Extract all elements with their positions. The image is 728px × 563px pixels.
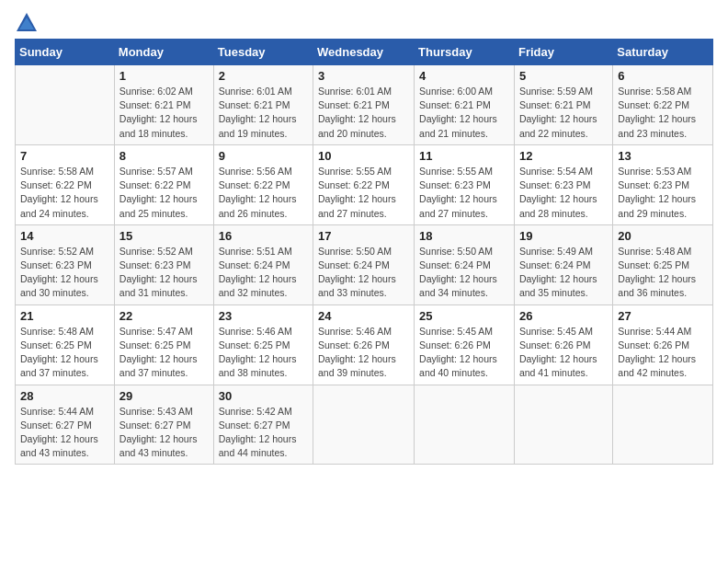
calendar-week-1: 1Sunrise: 6:02 AM Sunset: 6:21 PM Daylig… xyxy=(16,65,713,145)
calendar-cell: 2Sunrise: 6:01 AM Sunset: 6:21 PM Daylig… xyxy=(213,65,313,145)
day-info: Sunrise: 5:48 AM Sunset: 6:25 PM Dayligh… xyxy=(20,325,109,381)
day-number: 24 xyxy=(318,309,409,323)
calendar-cell: 4Sunrise: 6:00 AM Sunset: 6:21 PM Daylig… xyxy=(415,65,515,145)
logo xyxy=(15,15,37,31)
calendar-cell: 29Sunrise: 5:43 AM Sunset: 6:27 PM Dayli… xyxy=(114,385,213,465)
day-number: 22 xyxy=(119,309,209,323)
day-header-wednesday: Wednesday xyxy=(313,40,415,65)
day-info: Sunrise: 5:46 AM Sunset: 6:26 PM Dayligh… xyxy=(318,325,409,381)
day-info: Sunrise: 5:55 AM Sunset: 6:22 PM Dayligh… xyxy=(318,165,409,221)
day-info: Sunrise: 5:54 AM Sunset: 6:23 PM Dayligh… xyxy=(519,165,608,221)
day-number: 23 xyxy=(219,309,308,323)
calendar-cell: 13Sunrise: 5:53 AM Sunset: 6:23 PM Dayli… xyxy=(613,144,713,224)
logo-icon xyxy=(17,13,37,31)
day-info: Sunrise: 6:02 AM Sunset: 6:21 PM Dayligh… xyxy=(119,85,209,141)
day-info: Sunrise: 5:44 AM Sunset: 6:26 PM Dayligh… xyxy=(618,325,708,381)
calendar-cell: 14Sunrise: 5:52 AM Sunset: 6:23 PM Dayli… xyxy=(16,224,115,304)
day-info: Sunrise: 5:47 AM Sunset: 6:25 PM Dayligh… xyxy=(119,325,209,381)
day-header-saturday: Saturday xyxy=(613,40,713,65)
day-header-sunday: Sunday xyxy=(16,40,115,65)
day-number: 27 xyxy=(618,309,708,323)
day-number: 18 xyxy=(419,229,509,243)
day-number: 11 xyxy=(419,149,509,163)
calendar-cell: 15Sunrise: 5:52 AM Sunset: 6:23 PM Dayli… xyxy=(114,224,213,304)
calendar-week-5: 28Sunrise: 5:44 AM Sunset: 6:27 PM Dayli… xyxy=(16,385,713,465)
calendar-cell: 10Sunrise: 5:55 AM Sunset: 6:22 PM Dayli… xyxy=(313,144,415,224)
day-info: Sunrise: 5:43 AM Sunset: 6:27 PM Dayligh… xyxy=(119,405,209,461)
calendar-cell: 7Sunrise: 5:58 AM Sunset: 6:22 PM Daylig… xyxy=(16,144,115,224)
calendar-cell: 26Sunrise: 5:45 AM Sunset: 6:26 PM Dayli… xyxy=(514,304,612,385)
day-info: Sunrise: 5:57 AM Sunset: 6:22 PM Dayligh… xyxy=(119,165,209,221)
calendar-cell: 19Sunrise: 5:49 AM Sunset: 6:24 PM Dayli… xyxy=(514,224,612,304)
day-number: 16 xyxy=(219,229,308,243)
day-info: Sunrise: 6:00 AM Sunset: 6:21 PM Dayligh… xyxy=(419,85,509,141)
calendar-cell: 9Sunrise: 5:56 AM Sunset: 6:22 PM Daylig… xyxy=(213,144,313,224)
day-number: 3 xyxy=(318,69,409,83)
day-number: 12 xyxy=(519,149,608,163)
day-info: Sunrise: 6:01 AM Sunset: 6:21 PM Dayligh… xyxy=(318,85,409,141)
day-info: Sunrise: 5:42 AM Sunset: 6:27 PM Dayligh… xyxy=(219,405,308,461)
day-number: 2 xyxy=(219,69,308,83)
day-number: 17 xyxy=(318,229,409,243)
day-number: 21 xyxy=(20,309,109,323)
calendar-week-4: 21Sunrise: 5:48 AM Sunset: 6:25 PM Dayli… xyxy=(16,304,713,385)
day-header-thursday: Thursday xyxy=(415,40,515,65)
day-number: 28 xyxy=(20,389,109,403)
calendar-cell: 17Sunrise: 5:50 AM Sunset: 6:24 PM Dayli… xyxy=(313,224,415,304)
calendar-cell: 12Sunrise: 5:54 AM Sunset: 6:23 PM Dayli… xyxy=(514,144,612,224)
calendar-cell: 23Sunrise: 5:46 AM Sunset: 6:25 PM Dayli… xyxy=(213,304,313,385)
day-info: Sunrise: 5:56 AM Sunset: 6:22 PM Dayligh… xyxy=(219,165,308,221)
calendar-cell xyxy=(313,385,415,465)
calendar-cell: 5Sunrise: 5:59 AM Sunset: 6:21 PM Daylig… xyxy=(514,65,612,145)
calendar-cell: 30Sunrise: 5:42 AM Sunset: 6:27 PM Dayli… xyxy=(213,385,313,465)
day-number: 8 xyxy=(119,149,209,163)
day-number: 29 xyxy=(119,389,209,403)
day-number: 14 xyxy=(20,229,109,243)
day-info: Sunrise: 5:50 AM Sunset: 6:24 PM Dayligh… xyxy=(318,245,409,301)
day-number: 10 xyxy=(318,149,409,163)
day-header-monday: Monday xyxy=(114,40,213,65)
calendar-cell: 21Sunrise: 5:48 AM Sunset: 6:25 PM Dayli… xyxy=(16,304,115,385)
day-number: 5 xyxy=(519,69,608,83)
calendar-week-2: 7Sunrise: 5:58 AM Sunset: 6:22 PM Daylig… xyxy=(16,144,713,224)
day-info: Sunrise: 5:52 AM Sunset: 6:23 PM Dayligh… xyxy=(20,245,109,301)
day-number: 9 xyxy=(219,149,308,163)
calendar-cell: 22Sunrise: 5:47 AM Sunset: 6:25 PM Dayli… xyxy=(114,304,213,385)
day-info: Sunrise: 5:50 AM Sunset: 6:24 PM Dayligh… xyxy=(419,245,509,301)
day-info: Sunrise: 6:01 AM Sunset: 6:21 PM Dayligh… xyxy=(219,85,308,141)
calendar-cell xyxy=(16,65,115,145)
day-info: Sunrise: 5:46 AM Sunset: 6:25 PM Dayligh… xyxy=(219,325,308,381)
calendar-cell: 24Sunrise: 5:46 AM Sunset: 6:26 PM Dayli… xyxy=(313,304,415,385)
day-number: 13 xyxy=(618,149,708,163)
day-number: 25 xyxy=(419,309,509,323)
calendar-cell xyxy=(613,385,713,465)
day-number: 19 xyxy=(519,229,608,243)
day-info: Sunrise: 5:58 AM Sunset: 6:22 PM Dayligh… xyxy=(618,85,708,141)
calendar-cell xyxy=(415,385,515,465)
calendar-cell xyxy=(514,385,612,465)
day-info: Sunrise: 5:45 AM Sunset: 6:26 PM Dayligh… xyxy=(419,325,509,381)
day-info: Sunrise: 5:59 AM Sunset: 6:21 PM Dayligh… xyxy=(519,85,608,141)
day-info: Sunrise: 5:51 AM Sunset: 6:24 PM Dayligh… xyxy=(219,245,308,301)
calendar-cell: 8Sunrise: 5:57 AM Sunset: 6:22 PM Daylig… xyxy=(114,144,213,224)
day-info: Sunrise: 5:53 AM Sunset: 6:23 PM Dayligh… xyxy=(618,165,708,221)
day-header-friday: Friday xyxy=(514,40,612,65)
day-number: 7 xyxy=(20,149,109,163)
day-number: 4 xyxy=(419,69,509,83)
calendar-cell: 20Sunrise: 5:48 AM Sunset: 6:25 PM Dayli… xyxy=(613,224,713,304)
day-info: Sunrise: 5:45 AM Sunset: 6:26 PM Dayligh… xyxy=(519,325,608,381)
day-info: Sunrise: 5:55 AM Sunset: 6:23 PM Dayligh… xyxy=(419,165,509,221)
calendar-cell: 28Sunrise: 5:44 AM Sunset: 6:27 PM Dayli… xyxy=(16,385,115,465)
day-info: Sunrise: 5:48 AM Sunset: 6:25 PM Dayligh… xyxy=(618,245,708,301)
day-info: Sunrise: 5:52 AM Sunset: 6:23 PM Dayligh… xyxy=(119,245,209,301)
day-number: 1 xyxy=(119,69,209,83)
day-number: 30 xyxy=(219,389,308,403)
calendar-table: SundayMondayTuesdayWednesdayThursdayFrid… xyxy=(15,39,713,465)
calendar-cell: 3Sunrise: 6:01 AM Sunset: 6:21 PM Daylig… xyxy=(313,65,415,145)
calendar-cell: 6Sunrise: 5:58 AM Sunset: 6:22 PM Daylig… xyxy=(613,65,713,145)
calendar-header: SundayMondayTuesdayWednesdayThursdayFrid… xyxy=(16,40,713,65)
page-header xyxy=(15,15,713,31)
calendar-cell: 27Sunrise: 5:44 AM Sunset: 6:26 PM Dayli… xyxy=(613,304,713,385)
calendar-cell: 18Sunrise: 5:50 AM Sunset: 6:24 PM Dayli… xyxy=(415,224,515,304)
calendar-cell: 16Sunrise: 5:51 AM Sunset: 6:24 PM Dayli… xyxy=(213,224,313,304)
